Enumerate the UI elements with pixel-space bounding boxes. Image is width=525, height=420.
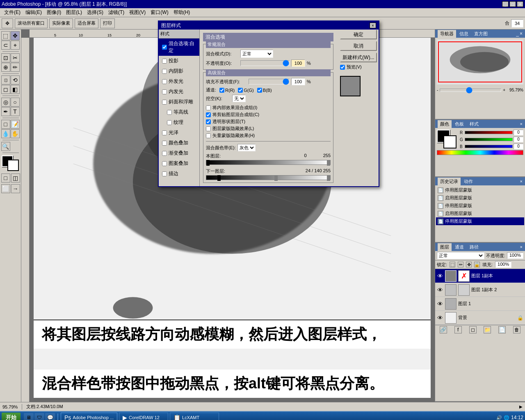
check1-input[interactable] <box>206 105 211 110</box>
scroll-all-windows-btn[interactable]: 滚动所有窗口 <box>15 18 48 28</box>
knockout-select[interactable]: 无 <box>232 95 246 102</box>
color-panel-close[interactable]: × <box>520 121 523 126</box>
tool-screen-mode[interactable]: ⬜ <box>1 184 10 193</box>
layers-panel-close[interactable]: × <box>520 244 523 249</box>
close-button[interactable]: × <box>517 1 523 7</box>
preview-check[interactable] <box>340 65 345 70</box>
tool-lasso[interactable]: ⊂ <box>1 41 10 50</box>
gradoverlay-check[interactable] <box>162 151 167 156</box>
lock-transparent[interactable]: ⬚ <box>450 262 455 267</box>
menu-window[interactable]: 窗口(W) <box>148 8 171 17</box>
tool-marquee[interactable]: ⬚ <box>1 31 10 40</box>
tab-actions[interactable]: 动作 <box>461 178 475 185</box>
dialog-item-gradientoverlay[interactable]: 渐变叠加 <box>159 148 199 158</box>
doc-info[interactable]: 文档:2.43M/10.0M <box>26 404 63 410</box>
tool-heal[interactable]: ⊕ <box>1 63 10 72</box>
menu-image[interactable]: 图像(I) <box>44 8 64 17</box>
layer-item-3[interactable]: 👁 图层 1 <box>435 297 525 311</box>
layer-blend-mode-select[interactable]: 正常 <box>437 252 484 259</box>
nav-zoom-minus[interactable]: - <box>437 88 438 92</box>
coloroverlay-check[interactable] <box>162 141 167 146</box>
g-bar[interactable] <box>465 138 513 141</box>
outerglow-check[interactable] <box>162 79 167 84</box>
layer-mask-btn[interactable]: ◻ <box>469 326 477 333</box>
layer-delete-btn[interactable]: 🗑 <box>513 326 520 333</box>
color-band-select[interactable]: 灰色 <box>237 144 256 151</box>
lock-all[interactable]: 🔒 <box>474 262 480 267</box>
actual-pixels-btn[interactable]: 实际像素 <box>49 18 73 28</box>
tool-brush[interactable]: ✏ <box>11 63 20 72</box>
layer-fx-btn[interactable]: f <box>454 326 462 333</box>
history-item-3[interactable]: 📄 停用图层蒙版 <box>436 202 524 210</box>
taskbar-coreldraw[interactable]: ▶ CorelDRAW 12 <box>119 413 168 420</box>
tool-std-mode[interactable]: ◫ <box>11 173 20 183</box>
next-layer-left-handle-1[interactable] <box>217 175 221 181</box>
contour-check[interactable] <box>167 110 172 115</box>
layer-item-2[interactable]: 👁 图层 1副本 2 <box>435 283 525 297</box>
blend-mode-select[interactable]: 正常 <box>240 50 273 58</box>
b-bar[interactable] <box>465 145 513 148</box>
tool-crop[interactable]: ⊡ <box>1 53 10 62</box>
menu-file[interactable]: 文件(E) <box>2 8 23 17</box>
layer-new-btn[interactable]: 📄 <box>498 326 506 333</box>
dialog-item-texture[interactable]: 纹理 <box>159 117 199 128</box>
tool-hand[interactable]: ✋ <box>11 129 20 138</box>
innershadow-check[interactable] <box>162 69 167 74</box>
dialog-item-stroke[interactable]: 描边 <box>159 169 199 179</box>
tool-blur[interactable]: ◎ <box>1 98 10 107</box>
nav-zoom-plus[interactable]: + <box>503 88 505 92</box>
this-layer-left-handle[interactable] <box>206 160 210 166</box>
layer-eye-1[interactable]: 👁 <box>437 273 443 279</box>
layer-eye-2[interactable]: 👁 <box>437 287 443 293</box>
check2-input[interactable] <box>206 112 211 117</box>
dialog-item-innershadow[interactable]: 内阴影 <box>159 66 199 76</box>
minimize-button[interactable]: _ <box>502 1 509 7</box>
layers-opacity-value[interactable]: 100% <box>507 252 523 259</box>
tool-zoom[interactable]: 🔍 <box>1 142 10 151</box>
tab-navigator[interactable]: 导航器 <box>438 30 456 38</box>
channel-b-check[interactable] <box>257 88 262 93</box>
dialog-item-innerglow[interactable]: 内发光 <box>159 87 199 97</box>
layer-group-btn[interactable]: 📁 <box>484 326 491 333</box>
menu-select[interactable]: 选择(S) <box>84 8 106 17</box>
taskbar-icon-2[interactable]: 🛡 <box>34 413 44 420</box>
layers-fill-value[interactable]: 100% <box>495 261 511 268</box>
taskbar-photoshop[interactable]: Ps Adobe Photoshop ... <box>61 413 117 420</box>
fit-screen-btn[interactable]: 适合屏幕 <box>75 18 98 28</box>
next-layer-right-handle[interactable] <box>327 175 330 181</box>
tool-move[interactable]: ✥ <box>11 31 20 40</box>
tool-notes[interactable]: 📝 <box>11 120 20 129</box>
tool-shape[interactable]: □ <box>1 120 10 129</box>
panel-close[interactable]: × <box>520 31 523 37</box>
dialog-item-contour[interactable]: 等高线 <box>159 107 199 117</box>
start-button[interactable]: 开始 <box>2 413 21 420</box>
r-value[interactable]: 0 <box>514 130 523 135</box>
menu-help[interactable]: 帮助(H) <box>171 8 193 17</box>
menu-layer[interactable]: 图层(L) <box>64 8 84 17</box>
tab-history[interactable]: 历史记录 <box>438 178 461 185</box>
tool-stamp[interactable]: ⎅ <box>1 75 10 84</box>
fill-opacity-slider[interactable] <box>249 79 290 84</box>
tool-slice[interactable]: ✂ <box>11 53 20 62</box>
tab-swatches[interactable]: 色板 <box>452 120 466 128</box>
lock-position[interactable]: ✥ <box>466 262 472 267</box>
lock-image[interactable]: ✏ <box>458 262 463 267</box>
tool-wand[interactable]: ⌖ <box>11 41 20 50</box>
tool-quick-mask[interactable]: □ <box>1 173 10 183</box>
history-item-5[interactable]: 📄 停用图层蒙版 <box>436 217 524 225</box>
dialog-item-patternoverlay[interactable]: 图案叠加 <box>159 158 199 169</box>
menu-edit[interactable]: 编辑(E) <box>23 8 44 17</box>
nav-zoom-slider[interactable] <box>440 89 501 92</box>
blend-check[interactable] <box>162 45 167 50</box>
tool-dodge[interactable]: ○ <box>11 98 20 107</box>
this-layer-right-handle[interactable] <box>327 160 330 166</box>
history-item-4[interactable]: 📄 启用图层蒙版 <box>436 210 524 217</box>
tab-layers[interactable]: 图层 <box>438 243 452 251</box>
patternoverlay-check[interactable] <box>162 161 167 166</box>
tab-paths[interactable]: 路径 <box>467 243 481 251</box>
dialog-cancel-btn[interactable]: 取消 <box>340 41 377 51</box>
tab-info[interactable]: 信息 <box>457 30 471 38</box>
innerglow-check[interactable] <box>162 89 167 94</box>
dialog-item-outerglow[interactable]: 外发光 <box>159 76 199 87</box>
color-spectrum[interactable] <box>437 150 523 155</box>
